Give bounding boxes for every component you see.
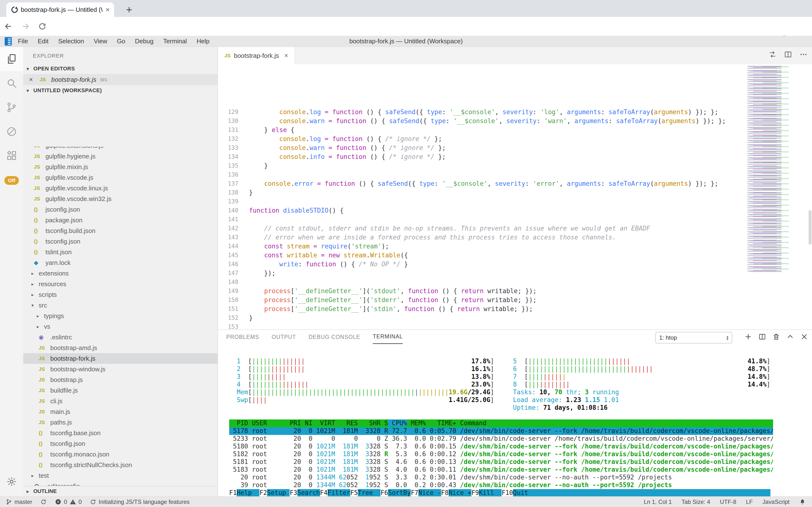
file-tree-item[interactable]: JSbuildfile.js xyxy=(23,385,217,396)
code-line: 152} xyxy=(218,313,740,322)
file-tree-item[interactable]: JSbootstrap-fork.js xyxy=(23,353,217,364)
outline-header[interactable]: ▸OUTLINE xyxy=(23,486,217,496)
menu-view[interactable]: View xyxy=(94,38,107,45)
file-tree-item[interactable]: ◆yarn.lock xyxy=(23,258,217,268)
file-tree-item[interactable]: JSbootstrap-window.js xyxy=(23,364,217,375)
maximize-panel-icon[interactable] xyxy=(787,333,794,341)
tab-problems[interactable]: PROBLEMS xyxy=(226,330,259,344)
notifications-bell-icon[interactable] xyxy=(799,499,806,505)
file-tree-item[interactable]: {}tsconfig.json xyxy=(23,438,217,449)
search-icon[interactable] xyxy=(0,71,23,95)
file-tree-item[interactable]: JSbootstrap-amd.js xyxy=(23,342,217,353)
split-editor-icon[interactable] xyxy=(784,50,792,59)
source-control-icon[interactable] xyxy=(0,95,23,119)
file-tree-item[interactable]: ⚙.editorconfig xyxy=(23,481,217,486)
file-tree-item[interactable]: {}package.json xyxy=(23,215,217,225)
new-tab-button[interactable]: + xyxy=(123,3,135,16)
menu-selection[interactable]: Selection xyxy=(58,38,84,45)
file-tree-item[interactable]: ▸scripts xyxy=(23,289,217,300)
file-tree-item[interactable]: ◉.eslintrc xyxy=(23,332,217,342)
off-badge[interactable]: Off xyxy=(4,176,19,185)
minimap[interactable] xyxy=(746,66,808,273)
language-mode[interactable]: JavaScript xyxy=(762,499,790,505)
app-logo-icon xyxy=(4,37,13,46)
new-terminal-icon[interactable] xyxy=(744,333,752,341)
menubar: File Edit Selection View Go Debug Termin… xyxy=(0,36,812,47)
file-tree-item[interactable]: {}tsconfig.base.json xyxy=(23,428,217,438)
forward-button[interactable] xyxy=(17,18,34,35)
back-button[interactable] xyxy=(0,18,17,35)
file-tree-item[interactable]: JSgulpfile.vscode.win32.js xyxy=(23,193,217,204)
editor-scrollbar[interactable] xyxy=(809,211,812,244)
more-actions-icon[interactable] xyxy=(799,50,808,59)
open-changes-icon[interactable] xyxy=(768,50,777,59)
reload-button[interactable] xyxy=(34,18,51,35)
code-line: 130 console.warn = function () { safeSen… xyxy=(218,116,740,125)
workspace-header[interactable]: ▾UNTITLED (WORKSPACE) xyxy=(23,85,217,96)
open-editor-item[interactable]: × JS bootstrap-fork.js src xyxy=(23,74,217,85)
process-row: 39 root 20 0 1344M 62052 1952 S 0.0 0.2 … xyxy=(229,482,773,489)
file-tree-item[interactable]: JSgulpfile.extensions.js xyxy=(23,147,217,151)
code-line: 129 console.log = function () { safeSend… xyxy=(218,107,740,116)
eol[interactable]: LF xyxy=(746,499,753,505)
terminal-select[interactable]: 1: htop ▴▾ xyxy=(655,332,732,343)
tab-size[interactable]: Tab Size: 4 xyxy=(681,499,710,505)
menu-file[interactable]: File xyxy=(18,38,28,45)
file-tree-item[interactable]: ▸typings xyxy=(23,311,217,321)
explorer-icon[interactable] xyxy=(0,47,23,71)
menu-help[interactable]: Help xyxy=(196,38,209,45)
menu-go[interactable]: Go xyxy=(117,38,125,45)
code-line: 148 xyxy=(218,277,740,286)
split-terminal-icon[interactable] xyxy=(758,333,766,341)
debug-icon[interactable] xyxy=(0,119,23,144)
close-panel-icon[interactable] xyxy=(800,333,808,341)
kill-terminal-icon[interactable] xyxy=(772,333,780,341)
file-tree-item[interactable]: {}tsconfig.json xyxy=(23,236,217,247)
editor-tab-close-icon[interactable]: × xyxy=(284,52,288,59)
file-name: package.json xyxy=(46,217,82,224)
file-name: cli.js xyxy=(50,397,63,405)
tab-terminal[interactable]: TERMINAL xyxy=(373,330,403,344)
file-tree-item[interactable]: ▾src xyxy=(23,300,217,311)
menu-edit[interactable]: Edit xyxy=(38,38,49,45)
file-tree-item[interactable]: {}tsconfig.build.json xyxy=(23,225,217,236)
file-tree-item[interactable]: JSbootstrap.js xyxy=(23,375,217,385)
file-tree-item[interactable]: JSgulpfile.vscode.js xyxy=(23,172,217,183)
cursor-position[interactable]: Ln 1, Col 1 xyxy=(644,499,672,505)
file-tree-item[interactable]: ▸vs xyxy=(23,321,217,332)
file-tree-item[interactable]: ▸extensions xyxy=(23,268,217,279)
tab-close-icon[interactable]: × xyxy=(106,6,110,14)
open-editors-header[interactable]: ▾OPEN EDITORS xyxy=(23,63,217,74)
file-tree-item[interactable]: JSpaths.js xyxy=(23,417,217,428)
branch-indicator[interactable]: master xyxy=(6,499,32,505)
terminal-output[interactable]: 1 [|||||||||||||| 17.8%] 5 [||||||||||||… xyxy=(229,357,773,496)
editor-tab[interactable]: JS bootstrap-fork.js × xyxy=(218,47,295,64)
file-tree-item[interactable]: JSmain.js xyxy=(23,406,217,417)
code-line: 135 } xyxy=(218,161,740,170)
file-tree-item[interactable]: {}jsconfig.json xyxy=(23,204,217,215)
problems-indicator[interactable]: 0 0 xyxy=(55,499,82,505)
tab-output[interactable]: OUTPUT xyxy=(272,330,296,344)
file-tree-item[interactable]: JSgulpfile.hygiene.js xyxy=(23,151,217,162)
settings-gear-icon[interactable] xyxy=(0,471,23,493)
close-icon[interactable]: × xyxy=(29,76,40,83)
menu-debug[interactable]: Debug xyxy=(135,38,153,45)
code-area[interactable]: 129 console.log = function () { safeSend… xyxy=(218,107,740,330)
tab-debug-console[interactable]: DEBUG CONSOLE xyxy=(308,330,360,344)
browser-tab[interactable]: bootstrap-fork.js — Untitled (W × xyxy=(6,2,114,17)
language-status[interactable]: Initializing JS/TS language features xyxy=(90,499,190,505)
file-tree-item[interactable]: {}tsconfig.monaco.json xyxy=(23,449,217,460)
file-tree-item[interactable]: {}tslint.json xyxy=(23,247,217,258)
extensions-icon[interactable] xyxy=(0,144,23,168)
file-tree-item[interactable]: JSgulpfile.mixin.js xyxy=(23,162,217,172)
open-editor-detail: src xyxy=(100,76,107,83)
file-tree-item[interactable]: {}tsconfig.strictNullChecks.json xyxy=(23,460,217,470)
process-row: 5182 root 20 0 1021M 181M 3328 R 5.3 0.6… xyxy=(229,450,773,458)
encoding[interactable]: UTF-8 xyxy=(720,499,736,505)
file-tree-item[interactable]: JSgulpfile.vscode.linux.js xyxy=(23,183,217,193)
file-tree-item[interactable]: JScli.js xyxy=(23,396,217,406)
file-tree-item[interactable]: ▸resources xyxy=(23,279,217,289)
sync-button[interactable] xyxy=(40,499,47,505)
menu-terminal[interactable]: Terminal xyxy=(163,38,187,45)
file-tree-item[interactable]: ▸test xyxy=(23,470,217,481)
